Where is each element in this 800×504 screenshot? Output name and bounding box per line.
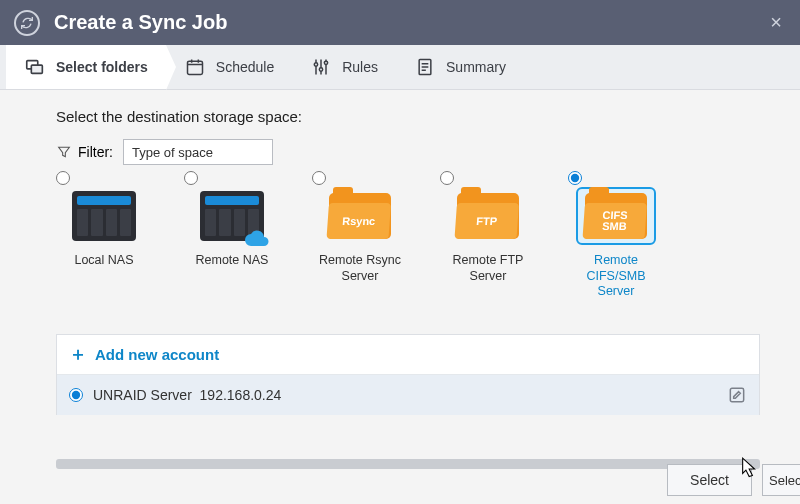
account-address: 192.168.0.24 [200,387,282,403]
radio-remote-nas[interactable] [184,171,198,185]
add-account-button[interactable]: ＋ Add new account [57,335,759,375]
section-heading: Select the destination storage space: [56,108,760,125]
space-remote-rsync[interactable]: Rsync Remote Rsync Server [312,171,408,300]
step-rules[interactable]: Rules [292,45,396,89]
step-label: Schedule [216,59,274,75]
step-label: Summary [446,59,506,75]
folder-cifs-icon: CIFS SMB [585,193,647,239]
add-account-label: Add new account [95,346,219,363]
step-label: Select folders [56,59,148,75]
sliders-icon [310,56,332,78]
folder-ftp-icon: FTP [457,193,519,239]
select-button[interactable]: Select [667,464,752,496]
radio-local-nas[interactable] [56,171,70,185]
filter-input[interactable] [123,139,273,165]
sync-app-icon [14,10,40,36]
space-label: Remote FTP Server [440,253,536,284]
document-icon [414,56,436,78]
nas-cloud-icon [200,191,264,241]
accounts-panel: ＋ Add new account UNRAID Server 192.168.… [56,334,760,415]
space-label: Remote CIFS/SMB Server [568,253,664,300]
radio-remote-rsync[interactable] [312,171,326,185]
titlebar: Create a Sync Job × [0,0,800,45]
space-local-nas[interactable]: Local NAS [56,171,152,300]
space-label: Remote NAS [196,253,269,269]
select-button-partial[interactable]: Selec [762,464,800,496]
space-remote-cifs[interactable]: CIFS SMB Remote CIFS/SMB Server [568,171,664,300]
filter-icon [56,144,72,160]
wizard-steps: Select folders Schedule Rules Summary [0,45,800,90]
horizontal-scrollbar[interactable] [56,459,760,469]
step-schedule[interactable]: Schedule [166,45,292,89]
svg-point-3 [315,63,318,66]
step-summary[interactable]: Summary [396,45,524,89]
space-label: Remote Rsync Server [312,253,408,284]
filter-row: Filter: [56,139,760,165]
space-label: Local NAS [74,253,133,269]
svg-rect-7 [730,388,743,401]
edit-icon[interactable] [727,385,747,405]
svg-rect-1 [31,65,42,73]
account-name: UNRAID Server [93,387,192,403]
account-row[interactable]: UNRAID Server 192.168.0.24 [57,375,759,415]
space-type-row: Local NAS Remote NAS Rsync Remote Rsync … [56,171,760,300]
step-select-folders[interactable]: Select folders [6,45,166,89]
nas-icon [72,191,136,241]
folders-icon [24,56,46,78]
account-radio[interactable] [69,388,83,402]
calendar-icon [184,56,206,78]
plus-icon: ＋ [69,342,87,366]
window-title: Create a Sync Job [54,11,766,34]
radio-remote-cifs[interactable] [568,171,582,185]
filter-label: Filter: [78,144,113,160]
svg-point-4 [320,68,323,71]
close-icon[interactable]: × [766,7,786,38]
content-area: Select the destination storage space: Fi… [0,90,800,449]
radio-remote-ftp[interactable] [440,171,454,185]
svg-point-5 [325,61,328,64]
svg-rect-2 [187,61,202,74]
space-remote-nas[interactable]: Remote NAS [184,171,280,300]
space-remote-ftp[interactable]: FTP Remote FTP Server [440,171,536,300]
step-label: Rules [342,59,378,75]
footer-actions: Select Selec [667,464,800,496]
folder-rsync-icon: Rsync [329,193,391,239]
